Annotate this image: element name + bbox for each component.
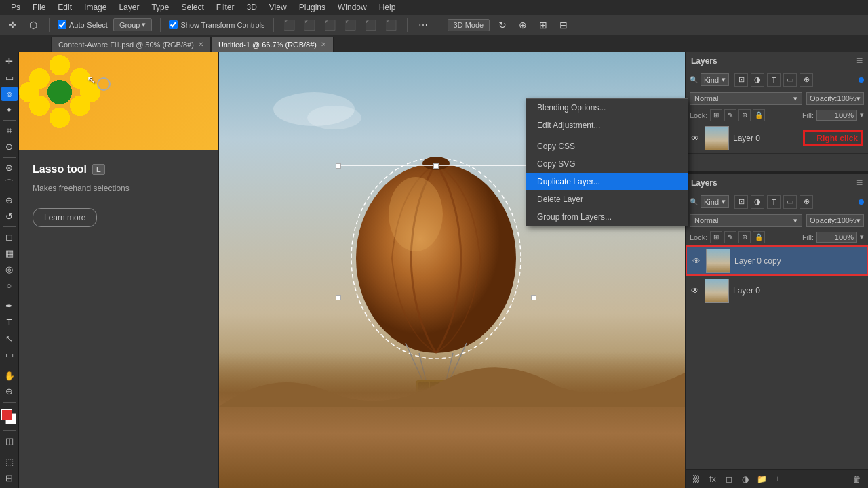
panel-options-icon[interactable]: ☰ (856, 57, 863, 64)
pixel-filter[interactable]: ⊡ (734, 73, 748, 87)
learn-more-button[interactable]: Learn more (33, 208, 97, 227)
extras-icon[interactable]: ⋯ (416, 18, 431, 33)
layer-0-row[interactable]: 👁 Layer 0 (686, 276, 868, 306)
menu-3d[interactable]: 3D (241, 1, 262, 14)
lock-artboards-lower[interactable]: ⊕ (738, 231, 751, 243)
menu-file[interactable]: File (27, 1, 51, 14)
mask-btn[interactable]: ◻ (722, 472, 736, 486)
crop-tool[interactable]: ⌗ (1, 123, 18, 138)
artboard-tool[interactable]: ⊞ (1, 470, 18, 485)
blur-tool[interactable]: ◎ (1, 262, 18, 277)
lock-position-upper[interactable]: ✎ (724, 109, 736, 121)
opacity-field-lower[interactable]: Opacity: 100% ▾ (806, 214, 864, 227)
zoom-3d-icon[interactable]: ⊞ (536, 18, 551, 33)
link-layers-btn[interactable]: ⛓ (690, 472, 703, 486)
move-tool[interactable]: ✛ (1, 54, 18, 69)
menu-help[interactable]: Help (374, 1, 401, 14)
menu-edit[interactable]: Edit (52, 1, 77, 14)
adjustment-btn[interactable]: ◑ (738, 472, 752, 486)
ctx-duplicate-layer[interactable]: Duplicate Layer... (526, 173, 688, 190)
lock-all-lower[interactable]: 🔒 (753, 231, 765, 243)
text-tool[interactable]: T (1, 315, 18, 330)
ctx-copy-svg[interactable]: Copy SVG (526, 155, 688, 173)
menu-window[interactable]: Window (332, 1, 372, 14)
screen-mode-btn[interactable]: ⬚ (1, 454, 18, 469)
shape-tool[interactable]: ▭ (1, 347, 18, 362)
blend-mode-upper[interactable]: Normal ▾ (690, 92, 802, 105)
align-right-icon[interactable]: ⬛ (323, 18, 338, 33)
menu-view[interactable]: View (264, 1, 292, 14)
spot-heal-tool[interactable]: ⊛ (1, 161, 18, 176)
lasso-tool[interactable]: ⌾ (1, 87, 18, 102)
3d-mode-btn[interactable]: 3D Mode (448, 19, 490, 31)
layer-eye-0[interactable]: 👁 (690, 285, 701, 296)
group-btn[interactable]: 📁 (755, 472, 768, 486)
new-layer-btn[interactable]: + (771, 472, 785, 486)
adjust-filter-lower[interactable]: ◑ (751, 195, 764, 209)
eyedropper-tool[interactable]: ⊙ (1, 140, 18, 155)
align-top-icon[interactable]: ⬛ (343, 18, 358, 33)
menu-plugins[interactable]: Plugins (294, 1, 331, 14)
close-tab-1[interactable]: ✕ (198, 41, 203, 48)
delete-layer-btn[interactable]: 🗑 (850, 472, 864, 486)
layer-eye-upper[interactable]: 👁 (690, 133, 701, 144)
brush-tool[interactable]: ⌒ (1, 177, 18, 192)
ctx-copy-css[interactable]: Copy CSS (526, 138, 688, 155)
auto-select-checkbox[interactable]: Auto-Select (58, 20, 108, 29)
align-bottom-icon[interactable]: ⬛ (384, 18, 399, 33)
layer-eye-0-copy[interactable]: 👁 (691, 256, 702, 266)
fx-btn[interactable]: fx (706, 472, 719, 486)
stamp-tool[interactable]: ⊕ (1, 192, 18, 207)
ctx-delete-layer[interactable]: Delete Layer (526, 190, 688, 208)
kind-dropdown-lower[interactable]: Kind ▾ (701, 195, 729, 208)
fill-value-lower[interactable]: 100% (816, 232, 857, 243)
tab-content-aware[interactable]: Content-Aware Fill.psd @ 50% (RGB/8#) ✕ (51, 37, 211, 52)
quick-mask-tool[interactable]: ◫ (1, 434, 18, 449)
align-center-v-icon[interactable]: ⬛ (363, 18, 378, 33)
pen-tool[interactable]: ✒ (1, 299, 18, 314)
opacity-field-upper[interactable]: Opacity: 100% ▾ (806, 92, 864, 105)
dodge-tool[interactable]: ○ (1, 278, 18, 293)
align-left-icon[interactable]: ⬛ (282, 18, 297, 33)
lock-pixels-upper[interactable]: ⊞ (710, 109, 722, 121)
foreground-color[interactable] (1, 409, 12, 420)
path-select-tool[interactable]: ↖ (1, 331, 18, 346)
scale-3d-icon[interactable]: ⊟ (556, 18, 571, 33)
ctx-blending-options[interactable]: Blending Options... (526, 99, 688, 117)
eraser-tool[interactable]: ◻ (1, 230, 18, 245)
pan-3d-icon[interactable]: ⊕ (515, 18, 530, 33)
lock-artboards-upper[interactable]: ⊕ (738, 109, 751, 121)
transform-icon[interactable]: ⬡ (26, 18, 41, 33)
close-tab-2[interactable]: ✕ (321, 41, 326, 48)
adjust-filter[interactable]: ◑ (751, 73, 764, 87)
lock-position-lower[interactable]: ✎ (724, 231, 736, 243)
transform-checkbox[interactable]: Show Transform Controls (169, 20, 264, 29)
fill-value-upper[interactable]: 100% (816, 110, 857, 121)
group-dropdown[interactable]: Group ▾ (113, 18, 153, 31)
smart-filter[interactable]: ⊕ (800, 73, 813, 87)
rotate-3d-icon[interactable]: ↻ (495, 18, 510, 33)
kind-dropdown-upper[interactable]: Kind ▾ (701, 73, 729, 86)
lock-all-upper[interactable]: 🔒 (753, 109, 765, 121)
menu-select[interactable]: Select (176, 1, 209, 14)
layer-0-copy-row[interactable]: 👁 Layer 0 copy (686, 245, 868, 276)
magic-wand-tool[interactable]: ✦ (1, 102, 18, 117)
align-center-h-icon[interactable]: ⬛ (302, 18, 317, 33)
blend-mode-lower[interactable]: Normal ▾ (690, 214, 802, 227)
ctx-edit-adjustment[interactable]: Edit Adjustment... (526, 117, 688, 134)
ctx-group-from-layers[interactable]: Group from Layers... (526, 208, 688, 226)
smart-filter-lower[interactable]: ⊕ (800, 195, 813, 209)
menu-ps[interactable]: Ps (5, 1, 26, 14)
menu-layer[interactable]: Layer (113, 1, 144, 14)
shape-filter[interactable]: ▭ (783, 73, 797, 87)
hand-tool[interactable]: ✋ (1, 368, 18, 383)
menu-image[interactable]: Image (79, 1, 112, 14)
menu-filter[interactable]: Filter (211, 1, 240, 14)
upper-layer-0-row[interactable]: 👁 Layer 0 Right click (686, 123, 868, 154)
move-tool-icon[interactable]: ✛ (5, 18, 20, 33)
tab-untitled[interactable]: Untitled-1 @ 66.7% (RGB/8#) ✕ (211, 37, 334, 52)
history-tool[interactable]: ↺ (1, 209, 18, 224)
text-filter[interactable]: T (767, 73, 781, 87)
text-filter-lower[interactable]: T (767, 195, 781, 209)
gradient-tool[interactable]: ▦ (1, 246, 18, 261)
